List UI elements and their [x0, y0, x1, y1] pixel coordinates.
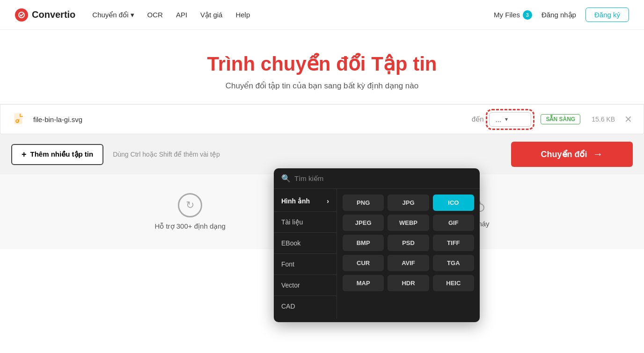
nav-item-chuyen-doi[interactable]: Chuyển đổi ▾ — [92, 11, 134, 19]
search-icon: 🔍 — [281, 174, 291, 183]
search-row: 🔍 — [274, 168, 480, 189]
format-btn-tiff[interactable]: TIFF — [433, 235, 474, 251]
register-button[interactable]: Đăng ký — [585, 7, 629, 22]
format-btn-avif[interactable]: AVIF — [388, 255, 429, 271]
files-badge: 3 — [523, 10, 532, 20]
arrow-right-icon: → — [593, 148, 603, 160]
format-btn-gif[interactable]: GIF — [433, 215, 474, 231]
format-btn-ico[interactable]: ICO — [433, 195, 474, 211]
category-item-tai-lieu[interactable]: Tài liệu — [274, 214, 337, 231]
chevron-down-icon: ▾ — [505, 116, 508, 122]
header: Convertio Chuyển đổi ▾ OCR API Vật giá H… — [0, 0, 644, 30]
format-btn-bmp[interactable]: BMP — [343, 235, 384, 251]
bottom-item-support: ↻ Hỗ trợ 300+ định dạng — [154, 193, 226, 231]
chevron-down-icon: ▾ — [131, 11, 134, 19]
logo-text: Convertio — [32, 9, 75, 20]
support-label: Hỗ trợ 300+ định dạng — [154, 222, 226, 231]
logo[interactable]: Convertio — [15, 8, 75, 22]
format-selector[interactable]: ... ▾ — [489, 112, 531, 127]
hero-title: Trình chuyển đổi Tập tin — [0, 52, 644, 75]
category-item-vector[interactable]: Vector — [274, 277, 337, 294]
category-item-hinh-anh[interactable]: Hình ảnh › — [274, 193, 337, 209]
header-right: My Files 3 Đăng nhập Đăng ký — [494, 7, 629, 22]
nav-item-api[interactable]: API — [176, 11, 187, 19]
status-badge: SẴN SÀNG — [541, 114, 580, 124]
format-btn-hdr[interactable]: HDR — [388, 275, 429, 291]
refresh-icon: ↻ — [178, 193, 202, 217]
format-btn-cur[interactable]: CUR — [343, 255, 384, 271]
format-btn-map[interactable]: MAP — [343, 275, 384, 291]
plus-icon: + — [22, 150, 27, 159]
to-label: đến — [472, 115, 484, 123]
formats-grid: PNG JPG ICO JPEG WEBP GIF BMP PSD TIFF C… — [337, 189, 480, 318]
format-btn-psd[interactable]: PSD — [388, 235, 429, 251]
nav-item-vat-gia[interactable]: Vật giá — [200, 11, 222, 19]
file-size: 15.6 KB — [580, 115, 615, 123]
category-item-font[interactable]: Font — [274, 256, 337, 273]
hint-text: Dùng Ctrl hoặc Shift để thêm vài tệp — [113, 151, 220, 158]
format-dropdown: 🔍 Hình ảnh › Tài liệu EBook Font Vector — [274, 168, 480, 322]
login-button[interactable]: Đăng nhập — [542, 11, 576, 19]
category-list: Hình ảnh › Tài liệu EBook Font Vector CA… — [274, 189, 337, 318]
file-type-icon — [12, 112, 27, 127]
category-item-cad[interactable]: CAD — [274, 298, 337, 315]
format-btn-png[interactable]: PNG — [343, 195, 384, 211]
search-input[interactable] — [294, 174, 472, 182]
format-btn-heic[interactable]: HEIC — [433, 275, 474, 291]
add-files-button[interactable]: + Thêm nhiều tập tin — [11, 144, 103, 165]
chevron-right-icon: › — [327, 197, 329, 205]
format-selector-text: ... — [495, 115, 501, 123]
category-item-ebook[interactable]: EBook — [274, 235, 337, 252]
hero-section: Trình chuyển đổi Tập tin Chuyển đổi tập … — [0, 30, 644, 104]
close-icon[interactable]: ✕ — [624, 114, 632, 125]
convert-button[interactable]: Chuyển đổi → — [511, 142, 633, 167]
format-btn-jpg[interactable]: JPG — [388, 195, 429, 211]
file-area: file-bin-la-gi.svg đến ... ▾ SẴN SÀNG 15… — [0, 104, 644, 174]
logo-icon — [15, 8, 28, 22]
my-files-button[interactable]: My Files 3 — [494, 10, 532, 20]
format-btn-tga[interactable]: TGA — [433, 255, 474, 271]
nav-item-help[interactable]: Help — [235, 11, 250, 19]
format-btn-webp[interactable]: WEBP — [388, 215, 429, 231]
hero-subtitle: Chuyển đổi tập tin của bạn sang bất kỳ đ… — [0, 81, 644, 91]
file-name: file-bin-la-gi.svg — [33, 115, 466, 123]
file-row: file-bin-la-gi.svg đến ... ▾ SẴN SÀNG 15… — [0, 104, 644, 134]
header-left: Convertio Chuyển đổi ▾ OCR API Vật giá H… — [15, 8, 250, 22]
format-btn-jpeg[interactable]: JPEG — [343, 215, 384, 231]
nav-item-ocr[interactable]: OCR — [147, 11, 163, 19]
dropdown-body: Hình ảnh › Tài liệu EBook Font Vector CA… — [274, 189, 480, 318]
main-nav: Chuyển đổi ▾ OCR API Vật giá Help — [92, 11, 250, 19]
